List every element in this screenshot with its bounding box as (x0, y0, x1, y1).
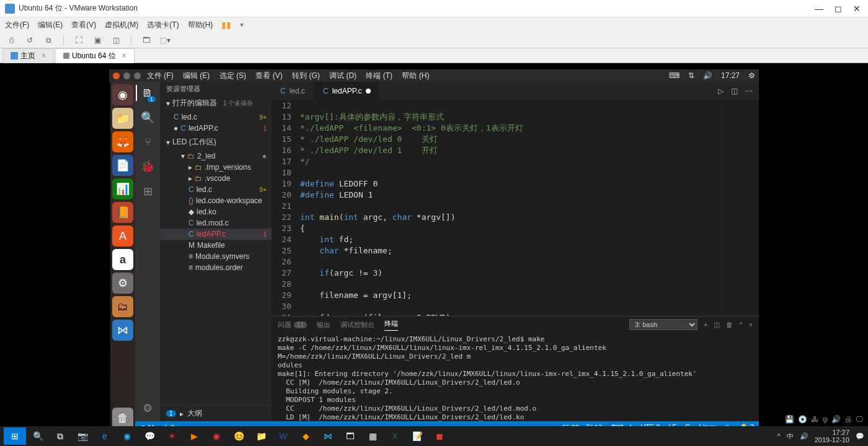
terminal-select[interactable]: 3: bash (629, 319, 698, 330)
keyboard-icon[interactable]: ⌨ (669, 71, 680, 80)
taskbar-wechat-icon[interactable]: 💬 (139, 427, 160, 445)
code-editor[interactable]: 1213141516171819202122232425262728293031… (272, 100, 759, 316)
taskbar-app-icon[interactable]: 😊 (228, 427, 249, 445)
tab-problems[interactable]: 问题11 (278, 320, 307, 330)
tray-notifications-icon[interactable]: 💬 (856, 432, 864, 440)
activity-explorer-icon[interactable]: 🗎1 (142, 87, 153, 100)
dock-software[interactable]: A (112, 225, 133, 247)
split-icon[interactable]: ◫ (731, 87, 738, 95)
taskbar-vmware-icon[interactable]: 🗔 (340, 427, 361, 445)
sound-icon[interactable]: 🔊 (703, 71, 712, 80)
workspace-section[interactable]: ▾ LED (工作区) (160, 135, 272, 149)
run-icon[interactable]: ▷ (718, 87, 724, 95)
more-icon[interactable]: ⋯ (745, 87, 753, 95)
tab-output[interactable]: 输出 (317, 320, 330, 330)
tray-ime-icon[interactable]: 中 (787, 432, 794, 441)
vm-disk-icon[interactable]: 💾 (785, 415, 794, 424)
dock-settings[interactable]: ⚙ (112, 273, 133, 294)
dock-trash[interactable]: 🗑 (112, 408, 133, 429)
activity-debug-icon[interactable]: 🐞 (141, 160, 154, 173)
vm-menu-help[interactable]: 帮助(H) (188, 20, 213, 30)
outline-section[interactable]: 1 ▸ 大纲 (160, 405, 272, 421)
taskbar-app-icon[interactable]: ◆ (295, 427, 316, 445)
tab-ledapp-c[interactable]: CledAPP.c (314, 82, 379, 100)
split-terminal-icon[interactable]: ◫ (714, 321, 720, 329)
terminal-output[interactable]: zzk@zzk-virtual-machine:~/linux/IMX6ULL/… (272, 333, 759, 421)
activity-extensions-icon[interactable]: ⊞ (143, 185, 153, 198)
minimize-button[interactable]: — (815, 4, 823, 14)
tree-item[interactable]: {} led.code-workspace (160, 195, 272, 206)
tab-debug-console[interactable]: 调试控制台 (340, 320, 374, 330)
taskbar-app-icon[interactable]: ☀ (161, 427, 182, 445)
dock-impress[interactable]: 📙 (112, 202, 133, 223)
tab-terminal[interactable]: 终端 (384, 319, 398, 331)
dock-writer[interactable]: 📄 (112, 155, 133, 176)
activity-search-icon[interactable]: 🔍 (141, 111, 154, 125)
taskbar-app-icon[interactable]: ◉ (206, 427, 227, 445)
taskbar-vscode-icon[interactable]: ⋈ (317, 427, 339, 445)
taskbar-app-icon[interactable]: ◉ (117, 427, 138, 445)
dock-calc[interactable]: 📊 (112, 178, 133, 199)
tree-item[interactable]: C led.c9+ (160, 112, 272, 123)
dock-amazon[interactable]: a (112, 249, 133, 270)
new-terminal-icon[interactable]: + (704, 321, 707, 328)
toolbar-stretch-icon[interactable]: ⬚▾ (159, 34, 171, 46)
taskbar-explorer-icon[interactable]: 📁 (250, 427, 272, 445)
tree-item[interactable]: C led.mod.c (160, 217, 272, 229)
dock-search[interactable]: ◉ (112, 84, 133, 105)
taskbar-app-icon[interactable]: ◼ (429, 427, 450, 445)
taskbar-notepad-icon[interactable]: 📝 (407, 427, 428, 445)
clock[interactable]: 17:27 (721, 71, 740, 80)
vm-menu-edit[interactable]: 编辑(E) (38, 20, 63, 30)
tree-item[interactable]: ≡ modules.order (160, 262, 272, 273)
dropdown-icon[interactable]: ▾ (240, 20, 244, 29)
ubuntu-close-icon[interactable] (113, 72, 120, 79)
toolbar-revert-icon[interactable]: ↺ (24, 34, 36, 46)
dock-folder[interactable]: 🗂 (112, 296, 133, 317)
taskbar-word-icon[interactable]: W (273, 427, 294, 445)
toolbar-fullscreen-icon[interactable]: ⛶ (73, 34, 85, 46)
vm-sound-icon[interactable]: 🔊 (831, 415, 841, 424)
taskbar-camera-icon[interactable]: 📷 (72, 427, 93, 445)
vm-menu-tabs[interactable]: 选项卡(T) (147, 20, 179, 30)
tree-item[interactable]: ≡ Module.symvers (160, 251, 272, 262)
tree-item[interactable]: ● C ledAPP.c1 (160, 123, 272, 134)
minimap[interactable] (722, 100, 759, 316)
taskbar-app-icon[interactable]: ▶ (184, 427, 205, 445)
tab-led-c[interactable]: Cled.c (272, 82, 314, 100)
vmware-tab-ubuntu[interactable]: Ubuntu 64 位 × (55, 48, 135, 63)
close-button[interactable]: ✕ (853, 4, 861, 14)
tray-clock[interactable]: 17:27 2019-12-10 (815, 429, 849, 444)
tree-item[interactable]: C led.c9+ (160, 184, 272, 195)
menu-select[interactable]: 选定 (S) (219, 71, 246, 80)
toolbar-library-icon[interactable]: 🗔 (140, 34, 153, 46)
tree-folder[interactable]: ▸ 🗀 .vscode (160, 173, 272, 184)
network-icon[interactable]: ⇅ (688, 71, 694, 80)
taskbar-taskview-icon[interactable]: ⧉ (50, 427, 71, 445)
vm-printer-icon[interactable]: 🖨 (844, 415, 852, 424)
vm-net-icon[interactable]: 🖧 (811, 415, 818, 424)
close-icon[interactable]: × (42, 51, 46, 60)
maximize-button[interactable]: ◻ (835, 4, 842, 14)
menu-file[interactable]: 文件 (F) (147, 71, 174, 80)
tree-item[interactable]: M Makefile (160, 240, 272, 251)
vm-usb-icon[interactable]: ψ (822, 415, 828, 424)
toolbar-snapshot-icon[interactable]: ⎙ (5, 34, 17, 46)
activity-scm-icon[interactable]: ⑂ (144, 136, 151, 149)
close-icon[interactable]: × (122, 51, 126, 60)
tree-folder[interactable]: ▸ 🗀 .tmp_versions (160, 162, 272, 173)
vm-menu-file[interactable]: 文件(F) (5, 20, 29, 30)
maximize-panel-icon[interactable]: ^ (739, 321, 742, 328)
vm-cd-icon[interactable]: 💿 (798, 415, 807, 424)
tray-sound-icon[interactable]: 🔊 (800, 432, 808, 440)
pause-icon[interactable]: ▮▮ (221, 20, 231, 30)
taskbar-excel-icon[interactable]: X (384, 427, 405, 445)
menu-goto[interactable]: 转到 (G) (292, 71, 320, 80)
vmware-tab-home[interactable]: 主页 × (2, 48, 54, 63)
kill-terminal-icon[interactable]: 🗑 (726, 321, 733, 328)
dock-firefox[interactable]: 🦊 (112, 131, 133, 152)
code-content[interactable]: *argv[]:具体的参数内容，字符串形式 *./ledAPP <filenam… (300, 100, 722, 316)
menu-view[interactable]: 查看 (V) (255, 71, 282, 80)
menu-debug[interactable]: 调试 (D) (329, 71, 356, 80)
vm-display-icon[interactable]: 🖵 (856, 415, 863, 424)
